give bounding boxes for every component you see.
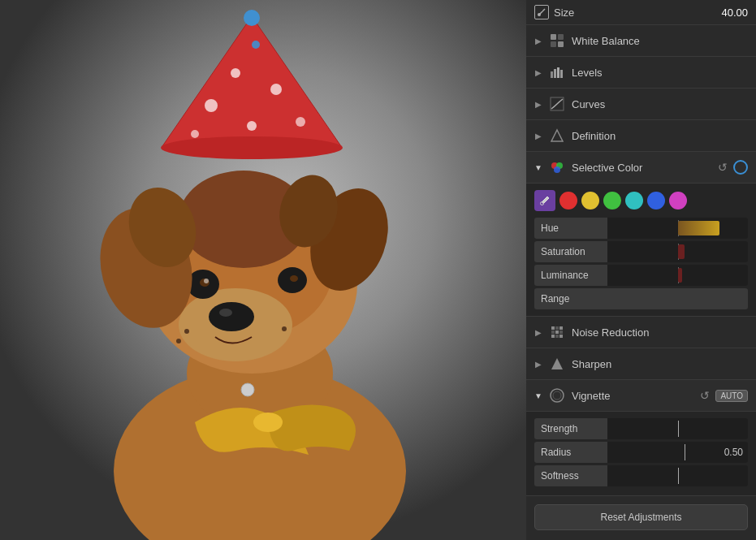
softness-slider-row: Softness [534,465,748,486]
eyedropper-button[interactable] [534,190,555,211]
size-label: Size [554,6,716,19]
svg-rect-40 [554,69,556,78]
svg-point-32 [176,339,181,343]
luminance-label: Luminance [534,265,607,286]
strength-track[interactable] [607,418,748,439]
svg-point-23 [247,121,257,131]
svg-point-27 [161,136,343,159]
svg-marker-44 [551,130,563,141]
swatches-row [534,190,748,211]
section-label: Sharpen [572,358,748,370]
svg-point-11 [204,279,209,283]
hue-slider-row: Hue [534,218,748,239]
right-panel: Size 40.00 ▶ White Balance ▶ Levels [526,0,756,540]
brush-icon [534,5,549,19]
svg-point-24 [191,130,199,138]
section-curves[interactable]: ▶ Curves [526,89,756,120]
section-label: Selective Color [572,162,710,174]
section-label: Vignette [572,390,692,402]
levels-icon [549,64,565,80]
section-label: Curves [572,98,748,110]
svg-point-33 [282,326,287,331]
chevron-icon: ▶ [534,37,542,45]
svg-point-51 [553,391,561,400]
toggle-circle[interactable] [733,160,748,175]
photo-area [0,0,526,540]
auto-badge[interactable]: AUTO [715,390,748,402]
range-label: Range [534,288,607,309]
svg-rect-38 [558,41,564,47]
section-label: Noise Reduction [572,326,748,339]
chevron-icon: ▼ [534,391,542,400]
reset-icon[interactable]: ↺ [698,389,711,402]
saturation-slider-row: Saturation [534,241,748,262]
svg-point-29 [253,413,283,432]
vignette-panel: Strength Radius 0.50 Softness [526,412,756,496]
luminance-track[interactable] [607,265,748,286]
svg-point-31 [184,329,189,334]
swatch-cyan[interactable] [625,192,643,210]
radius-slider-row: Radius 0.50 [534,442,748,463]
svg-point-8 [219,309,232,317]
chevron-icon: ▶ [534,360,542,368]
hue-track[interactable] [607,218,748,239]
svg-rect-41 [557,67,559,78]
reset-adjustments-button[interactable]: Reset Adjustments [534,504,748,530]
swatch-magenta[interactable] [669,192,687,210]
strength-slider-row: Strength [534,418,748,439]
section-definition[interactable]: ▶ Definition [526,120,756,152]
svg-point-28 [244,10,260,26]
vignette-icon [549,387,565,404]
softness-track[interactable] [607,465,748,486]
section-white-balance[interactable]: ▶ White Balance [526,25,756,57]
chevron-icon: ▶ [534,100,542,108]
swatch-red[interactable] [559,192,577,210]
section-noise-reduction[interactable]: ▶ Noise Reduction [526,317,756,348]
svg-rect-36 [558,34,564,40]
range-track[interactable] [607,288,748,309]
saturation-track[interactable] [607,241,748,262]
svg-rect-39 [551,71,553,78]
svg-point-7 [209,302,254,331]
chevron-icon: ▶ [534,132,542,140]
section-levels[interactable]: ▶ Levels [526,57,756,89]
swatch-blue[interactable] [647,192,665,210]
radius-value: 0.50 [724,447,748,458]
curves-icon [549,96,565,112]
strength-label: Strength [534,418,607,439]
svg-rect-37 [551,41,556,47]
section-selective-color[interactable]: ▼ Selective Color ↺ [526,152,756,184]
size-value: 40.00 [721,6,748,19]
chevron-icon: ▼ [534,163,542,171]
svg-marker-49 [551,358,563,369]
svg-point-30 [241,383,254,396]
section-label: Levels [572,67,748,79]
section-label: Definition [572,130,748,142]
section-vignette[interactable]: ▼ Vignette ↺ AUTO [526,380,756,412]
svg-point-20 [205,99,218,112]
swatch-yellow[interactable] [581,192,599,210]
chevron-icon: ▶ [534,68,542,76]
svg-point-50 [551,389,564,402]
svg-rect-42 [560,70,563,78]
saturation-label: Saturation [534,241,607,262]
svg-point-25 [296,117,305,127]
svg-point-21 [231,68,240,78]
section-sharpen[interactable]: ▶ Sharpen [526,348,756,380]
svg-point-13 [290,275,298,282]
svg-point-34 [538,13,541,16]
sharpen-icon [549,356,565,372]
reset-icon[interactable]: ↺ [716,161,729,174]
dog-photo [0,0,526,540]
definition-icon [549,127,565,144]
swatch-green[interactable] [603,192,621,210]
chevron-icon: ▶ [534,328,542,336]
range-row: Range [534,288,748,309]
size-row: Size 40.00 [526,0,756,25]
svg-point-22 [270,84,282,95]
radius-track[interactable]: 0.50 [607,442,748,463]
noise-icon [549,324,565,340]
luminance-slider-row: Luminance [534,265,748,286]
section-label: White Balance [572,35,748,47]
svg-point-47 [554,166,560,173]
